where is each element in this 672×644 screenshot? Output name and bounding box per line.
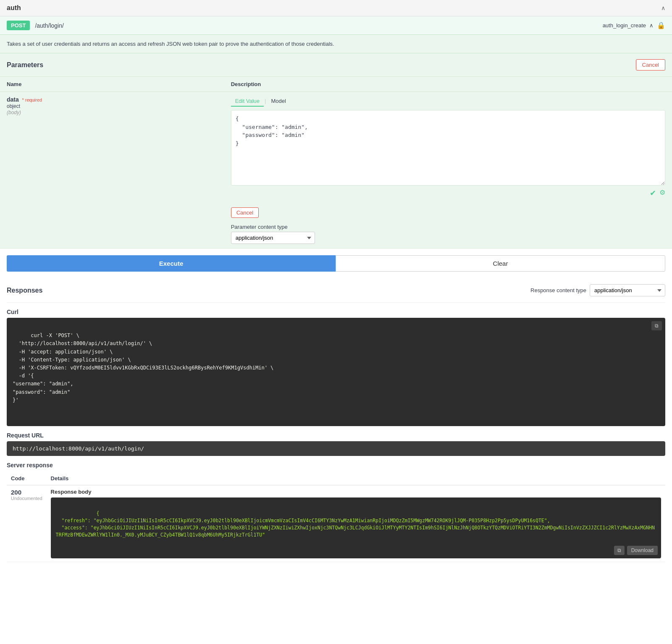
- check-icon: ✔: [650, 188, 656, 198]
- curl-title: Curl: [7, 309, 665, 315]
- request-url-box: http://localhost:8000/api/v1/auth/login/: [7, 441, 665, 456]
- responses-title: Responses: [7, 287, 42, 294]
- server-response-title: Server response: [7, 462, 665, 469]
- curl-value: curl -X 'POST' \ 'http://localhost:8000/…: [13, 332, 273, 403]
- response-body-value: { "refresh": "eyJhbGciOiJIUzI1NiIsInR5cC…: [56, 510, 655, 538]
- curl-box: curl -X 'POST' \ 'http://localhost:8000/…: [7, 318, 665, 426]
- editor-cancel-button[interactable]: Cancel: [231, 207, 259, 218]
- server-response-section: Server response Code Details 200 Undocum…: [7, 462, 665, 562]
- param-description-cell: Edit Value | Model { "username": "admin"…: [224, 92, 672, 249]
- editor-actions: ✔ ⚙: [231, 188, 665, 198]
- page-title: auth: [7, 4, 21, 12]
- execute-button[interactable]: Execute: [7, 255, 336, 272]
- response-body-box: { "refresh": "eyJhbGciOiJIUzI1NiIsInR5cC…: [51, 497, 661, 558]
- parameters-section: Parameters Cancel Name Description data …: [0, 53, 672, 249]
- param-context: (body): [7, 110, 21, 115]
- param-name: data: [7, 96, 19, 103]
- endpoint-bar: POST /auth/login/ auth_login_create ∧ 🔒: [0, 16, 672, 35]
- execute-section: Execute Clear: [0, 249, 672, 278]
- edit-value-tab[interactable]: Edit Value: [231, 96, 264, 107]
- request-url-section: Request URL http://localhost:8000/api/v1…: [7, 432, 665, 456]
- response-code: 200: [11, 489, 42, 496]
- content-type-wrapper: Parameter content type application/json …: [231, 224, 665, 244]
- col-description: Description: [224, 77, 672, 92]
- curl-copy-button[interactable]: ⧉: [651, 321, 662, 330]
- response-body-title: Response body: [51, 489, 661, 495]
- collapse-icon[interactable]: ∧: [661, 5, 665, 11]
- lock-icon: 🔒: [657, 21, 665, 29]
- responses-section: Responses Response content type applicat…: [0, 278, 672, 569]
- response-undoc: Undocumented: [11, 496, 42, 501]
- col-name: Name: [0, 77, 224, 92]
- page-header: auth ∧: [0, 0, 672, 16]
- body-editor[interactable]: { "username": "admin", "password": "admi…: [231, 110, 665, 186]
- content-type-label: Parameter content type: [231, 224, 665, 230]
- content-type-select[interactable]: application/json application/xml text/pl…: [231, 232, 315, 244]
- response-code-cell: 200 Undocumented: [7, 485, 47, 562]
- description-section: Takes a set of user credentials and retu…: [0, 35, 672, 53]
- parameters-header: Parameters Cancel: [0, 53, 672, 77]
- description-text: Takes a set of user credentials and retu…: [7, 41, 334, 47]
- endpoint-path: /auth/login/: [35, 22, 597, 29]
- table-row: data * required object (body) Edit Value…: [0, 92, 672, 249]
- parameters-cancel-button[interactable]: Cancel: [636, 59, 665, 71]
- response-col-details: Details: [47, 472, 665, 485]
- param-name-cell: data * required object (body): [0, 92, 224, 249]
- settings-icon: ⚙: [659, 188, 665, 198]
- response-details-cell: Response body { "refresh": "eyJhbGciOiJI…: [47, 485, 665, 562]
- responses-header: Responses Response content type applicat…: [7, 278, 665, 303]
- method-badge: POST: [7, 21, 30, 30]
- request-url-title: Request URL: [7, 432, 665, 439]
- model-tab[interactable]: Model: [267, 96, 290, 107]
- request-url-value: http://localhost:8000/api/v1/auth/login/: [13, 445, 144, 452]
- response-content-type-wrapper: Response content type application/json a…: [530, 284, 665, 296]
- curl-section: Curl curl -X 'POST' \ 'http://localhost:…: [7, 309, 665, 426]
- response-body-actions: ⧉ Download: [614, 546, 658, 555]
- clear-button[interactable]: Clear: [336, 255, 665, 272]
- response-content-type-label: Response content type: [530, 287, 586, 293]
- param-required: * required: [22, 97, 42, 102]
- endpoint-operation-id: auth_login_create: [603, 22, 646, 29]
- response-content-type-select[interactable]: application/json application/xml text/pl…: [590, 284, 665, 296]
- response-row: 200 Undocumented Response body { "refres…: [7, 485, 665, 562]
- copy-response-button[interactable]: ⧉: [614, 546, 625, 555]
- param-type: object: [7, 103, 20, 109]
- edit-value-tabs: Edit Value | Model: [231, 96, 665, 107]
- chevron-up-icon[interactable]: ∧: [649, 22, 654, 29]
- endpoint-meta: auth_login_create ∧ 🔒: [603, 21, 665, 29]
- response-table: Code Details 200 Undocumented Response b…: [7, 472, 665, 562]
- parameters-title: Parameters: [7, 61, 43, 69]
- response-col-code: Code: [7, 472, 47, 485]
- params-table: Name Description data * required object …: [0, 77, 672, 249]
- download-button[interactable]: Download: [627, 546, 658, 555]
